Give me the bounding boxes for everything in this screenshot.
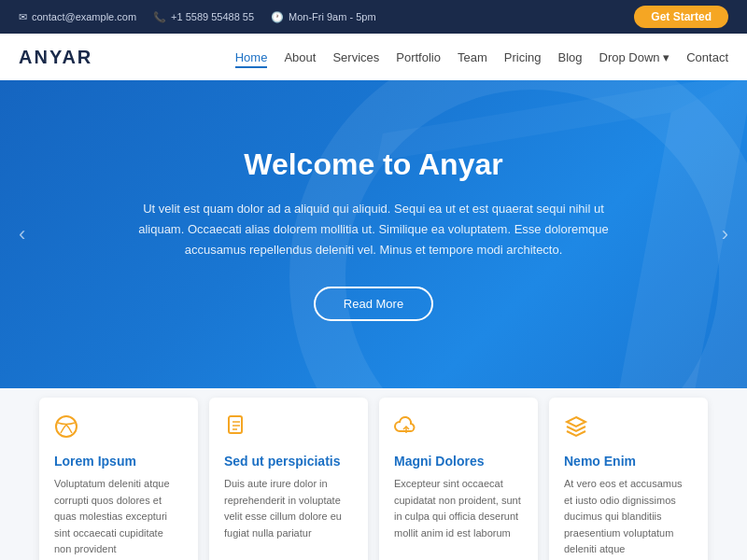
card-4-title: Nemo Enim bbox=[564, 454, 693, 469]
card-1-text: Voluptatum deleniti atque corrupti quos … bbox=[54, 476, 183, 558]
hero-prev-button[interactable]: ‹ bbox=[19, 222, 25, 246]
nav-link-home[interactable]: Home bbox=[235, 50, 268, 68]
hero-section: ‹ Welcome to Anyar Ut velit est quam dol… bbox=[0, 80, 747, 388]
topbar-contact-info: ✉ contact@example.com 📞 +1 5589 55488 55… bbox=[19, 11, 376, 23]
nav-item-pricing[interactable]: Pricing bbox=[504, 49, 542, 65]
card-1: Lorem Ipsum Voluptatum deleniti atque co… bbox=[39, 398, 198, 560]
nav-item-blog[interactable]: Blog bbox=[558, 49, 583, 65]
nav-item-portfolio[interactable]: Portfolio bbox=[396, 49, 441, 65]
topbar: ✉ contact@example.com 📞 +1 5589 55488 55… bbox=[0, 0, 747, 34]
nav-links: Home About Services Portfolio Team Prici… bbox=[235, 49, 728, 65]
nav-link-pricing[interactable]: Pricing bbox=[504, 50, 542, 64]
nav-item-dropdown[interactable]: Drop Down ▾ bbox=[599, 49, 670, 65]
card-3-text: Excepteur sint occaecat cupidatat non pr… bbox=[394, 476, 523, 541]
nav-link-contact[interactable]: Contact bbox=[686, 50, 728, 64]
svg-marker-6 bbox=[567, 417, 585, 427]
hero-next-button[interactable]: › bbox=[722, 222, 728, 246]
nav-link-about[interactable]: About bbox=[284, 50, 316, 64]
card-2: Sed ut perspiciatis Duis aute irure dolo… bbox=[209, 398, 368, 560]
email-icon: ✉ bbox=[19, 11, 27, 23]
nav-link-dropdown[interactable]: Drop Down ▾ bbox=[599, 50, 670, 64]
card-2-title: Sed ut perspiciatis bbox=[224, 454, 353, 469]
hero-title: Welcome to Anyar bbox=[121, 147, 626, 182]
cards-section: Lorem Ipsum Voluptatum deleniti atque co… bbox=[0, 388, 747, 560]
navbar: ANYAR Home About Services Portfolio Team… bbox=[0, 34, 747, 80]
topbar-phone: 📞 +1 5589 55488 55 bbox=[153, 11, 254, 23]
card-1-title: Lorem Ipsum bbox=[54, 454, 183, 469]
doc-icon bbox=[224, 414, 353, 444]
nav-item-home[interactable]: Home bbox=[235, 49, 268, 65]
dribbble-icon bbox=[54, 414, 183, 444]
nav-item-about[interactable]: About bbox=[284, 49, 316, 65]
card-3: Magni Dolores Excepteur sint occaecat cu… bbox=[379, 398, 538, 560]
card-4: Nemo Enim At vero eos et accusamus et iu… bbox=[549, 398, 708, 560]
card-3-title: Magni Dolores bbox=[394, 454, 523, 469]
nav-link-team[interactable]: Team bbox=[458, 50, 487, 64]
hero-description: Ut velit est quam dolor ad a aliquid qui… bbox=[121, 199, 626, 260]
clock-icon: 🕐 bbox=[271, 11, 284, 23]
nav-link-blog[interactable]: Blog bbox=[558, 50, 583, 64]
phone-icon: 📞 bbox=[153, 11, 166, 23]
card-2-text: Duis aute irure dolor in reprehenderit i… bbox=[224, 476, 353, 541]
card-4-text: At vero eos et accusamus et iusto odio d… bbox=[564, 476, 693, 558]
topbar-email: ✉ contact@example.com bbox=[19, 11, 136, 23]
nav-item-services[interactable]: Services bbox=[332, 49, 379, 65]
nav-item-contact[interactable]: Contact bbox=[686, 49, 728, 65]
nav-item-team[interactable]: Team bbox=[458, 49, 487, 65]
nav-link-services[interactable]: Services bbox=[332, 50, 379, 64]
nav-link-portfolio[interactable]: Portfolio bbox=[396, 50, 441, 64]
layers-icon bbox=[564, 414, 693, 444]
topbar-hours: 🕐 Mon-Fri 9am - 5pm bbox=[271, 11, 376, 23]
hero-content: Welcome to Anyar Ut velit est quam dolor… bbox=[103, 147, 644, 321]
logo: ANYAR bbox=[19, 47, 92, 68]
svg-point-0 bbox=[56, 416, 77, 437]
get-started-button[interactable]: Get Started bbox=[634, 6, 728, 28]
read-more-button[interactable]: Read More bbox=[314, 287, 433, 321]
cloud-icon bbox=[394, 414, 523, 444]
svg-rect-1 bbox=[229, 416, 242, 433]
